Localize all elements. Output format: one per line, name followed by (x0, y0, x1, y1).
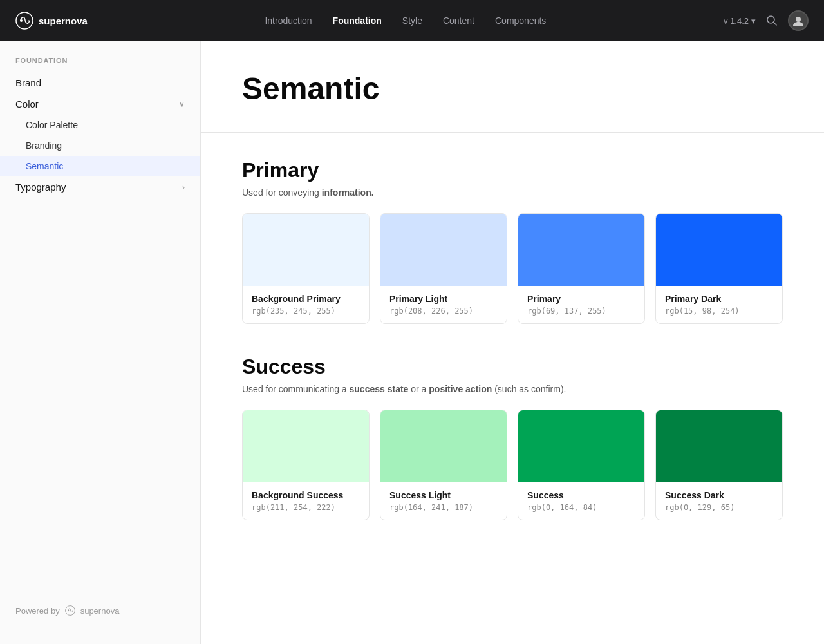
color-value-primary-dark: rgb(15, 98, 254) (665, 307, 773, 316)
color-value-primary-light: rgb(208, 226, 255) (389, 307, 498, 316)
semantic-label: Semantic (26, 161, 63, 171)
success-desc-bold2: positive action (429, 384, 492, 394)
color-value-success-dark: rgb(0, 129, 65) (665, 503, 773, 512)
success-desc-mid: or a (408, 384, 429, 394)
sidebar-item-typography[interactable]: Typography › (0, 176, 200, 198)
nav-content[interactable]: Content (443, 15, 474, 26)
logo-text: supernova (39, 15, 88, 26)
success-section-desc: Used for communicating a success state o… (242, 384, 783, 394)
page-header: Semantic (201, 41, 824, 133)
primary-desc-before: Used for conveying (242, 187, 322, 198)
sidebar-item-brand[interactable]: Brand (0, 72, 200, 93)
svg-point-5 (65, 606, 75, 616)
color-swatch-success (518, 410, 644, 482)
color-name-bg-primary: Background Primary (252, 294, 360, 304)
color-swatch-success-light (380, 410, 507, 482)
svg-line-3 (773, 23, 776, 26)
nav-links: Introduction Foundation Style Content Co… (265, 15, 546, 26)
primary-section-desc: Used for conveying information. (242, 187, 783, 198)
chevron-down-icon: ∨ (179, 100, 185, 109)
version-text: v 1.4.2 (724, 16, 749, 26)
sidebar-color-label: Color (15, 99, 39, 109)
footer-logo-icon (65, 605, 75, 616)
color-swatch-primary (518, 214, 644, 286)
color-palette-label: Color Palette (26, 120, 78, 130)
nav-style[interactable]: Style (402, 15, 422, 26)
color-name-primary: Primary (527, 294, 635, 304)
avatar[interactable] (788, 10, 809, 31)
branding-label: Branding (26, 140, 62, 151)
logo[interactable]: supernova (15, 12, 88, 30)
main-content: Semantic Primary Used for conveying info… (201, 41, 824, 644)
sidebar-typography-label: Typography (15, 182, 66, 193)
color-name-primary-dark: Primary Dark (665, 294, 773, 304)
color-value-bg-primary: rgb(235, 245, 255) (252, 307, 360, 316)
sidebar-sub-color-palette[interactable]: Color Palette (0, 115, 200, 135)
topnav: supernova Introduction Foundation Style … (0, 0, 824, 41)
nav-foundation[interactable]: Foundation (333, 15, 382, 26)
svg-point-1 (20, 19, 23, 22)
sidebar-brand-label: Brand (15, 77, 41, 88)
primary-section: Primary Used for conveying information. … (242, 158, 783, 324)
content-area: Primary Used for conveying information. … (201, 133, 824, 577)
color-swatch-success-dark (656, 410, 782, 482)
sidebar-footer: Powered by supernova (0, 592, 200, 629)
color-name-success-dark: Success Dark (665, 490, 773, 500)
success-color-grid: Background Success rgb(211, 254, 222) Su… (242, 410, 783, 520)
color-card-bg-success: Background Success rgb(211, 254, 222) (242, 410, 370, 520)
sidebar-item-color[interactable]: Color ∨ (0, 93, 200, 115)
color-name-success: Success (527, 490, 635, 500)
success-desc-before: Used for communicating a (242, 384, 350, 394)
color-value-success: rgb(0, 164, 84) (527, 503, 635, 512)
success-section: Success Used for communicating a success… (242, 355, 783, 520)
color-value-bg-success: rgb(211, 254, 222) (252, 503, 360, 512)
nav-right: v 1.4.2 ▾ (724, 10, 809, 31)
color-swatch-primary-dark (656, 214, 782, 286)
color-swatch-bg-primary (243, 214, 369, 286)
success-section-title: Success (242, 355, 783, 379)
sidebar-section-label: FOUNDATION (0, 57, 200, 64)
page-title: Semantic (242, 72, 783, 106)
footer-brand: supernova (80, 606, 120, 616)
search-button[interactable] (766, 15, 778, 26)
version-chevron: ▾ (751, 16, 756, 26)
color-name-success-light: Success Light (389, 490, 498, 500)
svg-point-6 (68, 610, 69, 611)
color-name-primary-light: Primary Light (389, 294, 498, 304)
svg-point-4 (796, 17, 801, 22)
sidebar-sub-branding[interactable]: Branding (0, 135, 200, 156)
success-desc-after: (such as confirm). (492, 384, 566, 394)
primary-desc-bold: information. (322, 187, 374, 198)
color-card-primary-light: Primary Light rgb(208, 226, 255) (380, 213, 507, 324)
color-card-primary-dark: Primary Dark rgb(15, 98, 254) (655, 213, 783, 324)
success-desc-bold1: success state (350, 384, 409, 394)
color-value-success-light: rgb(164, 241, 187) (389, 503, 498, 512)
color-value-primary: rgb(69, 137, 255) (527, 307, 635, 316)
primary-section-title: Primary (242, 158, 783, 182)
primary-color-grid: Background Primary rgb(235, 245, 255) Pr… (242, 213, 783, 324)
sidebar-sub-semantic[interactable]: Semantic (0, 156, 200, 176)
chevron-right-icon: › (182, 183, 185, 192)
nav-introduction[interactable]: Introduction (265, 15, 312, 26)
color-swatch-primary-light (380, 214, 507, 286)
layout: FOUNDATION Brand Color ∨ Color Palette B… (0, 41, 824, 644)
color-card-bg-primary: Background Primary rgb(235, 245, 255) (242, 213, 370, 324)
svg-point-0 (16, 12, 33, 29)
color-card-success-light: Success Light rgb(164, 241, 187) (380, 410, 507, 520)
color-card-primary: Primary rgb(69, 137, 255) (518, 213, 645, 324)
color-swatch-bg-success (243, 410, 369, 482)
version-selector[interactable]: v 1.4.2 ▾ (724, 16, 756, 26)
nav-components[interactable]: Components (495, 15, 546, 26)
sidebar: FOUNDATION Brand Color ∨ Color Palette B… (0, 41, 201, 644)
footer-text: Powered by (15, 606, 60, 616)
color-card-success: Success rgb(0, 164, 84) (518, 410, 645, 520)
color-name-bg-success: Background Success (252, 490, 360, 500)
color-card-success-dark: Success Dark rgb(0, 129, 65) (655, 410, 783, 520)
